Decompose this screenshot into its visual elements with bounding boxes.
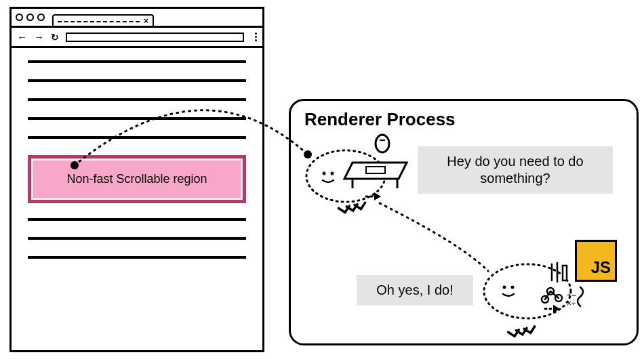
back-arrow-icon: ← — [17, 31, 27, 43]
renderer-title: Renderer Process — [304, 109, 626, 130]
text-line — [28, 218, 246, 221]
traffic-light-icon — [26, 14, 34, 21]
reload-icon: ↻ — [51, 32, 59, 43]
kebab-menu-icon — [255, 33, 257, 41]
region-label: Non-fast Scrollable region — [66, 172, 207, 186]
bubble-text: Hey do you need to do something? — [447, 154, 583, 186]
text-line — [28, 256, 246, 259]
renderer-process-box: Renderer Process — [289, 99, 639, 345]
text-line — [28, 117, 246, 120]
js-label: JS — [591, 258, 611, 277]
forward-arrow-icon: → — [34, 31, 44, 43]
speech-bubble-compositor: Hey do you need to do something? — [418, 146, 613, 194]
js-box: JS — [575, 240, 617, 282]
text-line — [28, 237, 246, 240]
speech-bubble-main-thread: Oh yes, I do! — [357, 275, 473, 305]
browser-toolbar: ← → ↻ — [12, 28, 262, 48]
bubble-text: Oh yes, I do! — [376, 282, 453, 297]
tab-title-placeholder — [58, 21, 140, 22]
browser-titlebar: × — [12, 9, 262, 28]
url-bar — [66, 33, 244, 42]
non-fast-scrollable-region: Non-fast Scrollable region — [28, 155, 246, 203]
browser-window-wireframe: × ← → ↻ Non-fast Scrollable region — [9, 7, 264, 352]
page-content: Non-fast Scrollable region — [12, 48, 262, 282]
text-line — [28, 79, 246, 82]
text-line — [28, 98, 246, 101]
traffic-light-icon — [37, 14, 45, 21]
close-icon: × — [144, 16, 148, 26]
traffic-light-icon — [16, 14, 23, 21]
text-line — [28, 136, 246, 139]
browser-tab: × — [52, 14, 154, 26]
text-line — [28, 60, 246, 63]
